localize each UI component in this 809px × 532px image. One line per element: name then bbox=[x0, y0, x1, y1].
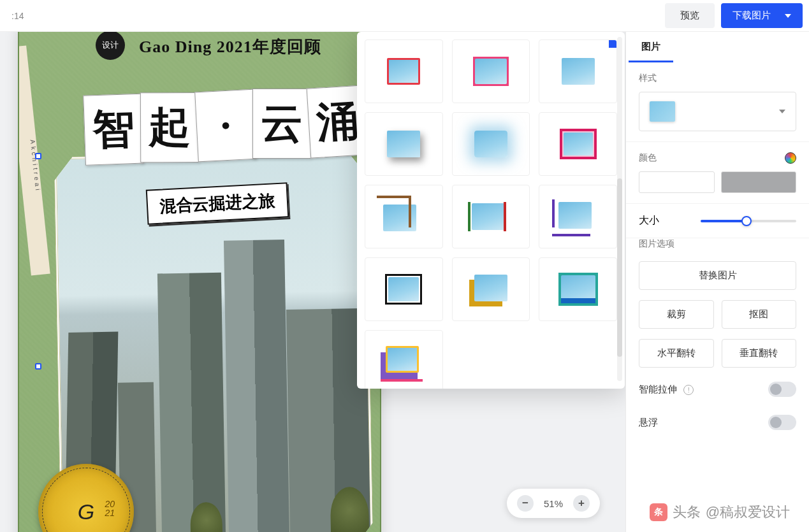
download-button[interactable]: 下载图片 bbox=[721, 3, 803, 28]
crop-button[interactable]: 裁剪 bbox=[639, 300, 714, 329]
style-option-purple-l[interactable] bbox=[539, 185, 617, 248]
style-option-glow[interactable] bbox=[452, 112, 530, 176]
label-smart-stretch: 智能拉伸 bbox=[639, 384, 677, 394]
zoom-value[interactable]: 51% bbox=[544, 498, 563, 509]
size-slider[interactable] bbox=[701, 220, 796, 222]
replace-image-button[interactable]: 替换图片 bbox=[639, 261, 796, 290]
design-badge: 设计 bbox=[96, 32, 125, 60]
style-option-pink-border[interactable] bbox=[452, 40, 530, 103]
seal-ring-text bbox=[42, 468, 130, 532]
label-style: 样式 bbox=[639, 73, 796, 84]
style-option-teal-blue[interactable] bbox=[539, 257, 617, 321]
selection-handle[interactable] bbox=[35, 153, 41, 159]
smart-stretch-toggle[interactable] bbox=[768, 382, 796, 397]
style-option-shadow[interactable] bbox=[365, 112, 443, 176]
info-icon[interactable]: ! bbox=[683, 385, 694, 395]
zoom-control: − 51% + bbox=[507, 489, 600, 518]
seal-year2: 21 bbox=[105, 508, 115, 517]
watermark-handle: @稿叔爱设计 bbox=[706, 503, 790, 522]
chevron-down-icon bbox=[779, 110, 785, 113]
label-float: 悬浮 bbox=[639, 417, 658, 429]
toutiao-icon: 条 bbox=[650, 503, 667, 521]
title-char: · bbox=[194, 89, 257, 162]
color-swatch-2[interactable] bbox=[721, 171, 797, 193]
label-color: 颜色 bbox=[639, 152, 657, 164]
selection-handle[interactable] bbox=[35, 363, 41, 370]
color-swatch-1[interactable] bbox=[639, 171, 715, 193]
timestamp: :14 bbox=[6, 11, 24, 21]
watermark: 条 头条 @稿叔爱设计 bbox=[650, 503, 790, 522]
watermark-prefix: 头条 bbox=[673, 503, 701, 522]
style-option-red-border[interactable] bbox=[365, 40, 443, 103]
download-label: 下载图片 bbox=[732, 10, 771, 22]
title-char: 起 bbox=[140, 92, 199, 162]
poster[interactable]: Akchitreai 设计 Gao Ding 2021年度回顾 智 起 · 云 … bbox=[18, 32, 381, 532]
seal-year1: 20 bbox=[105, 500, 115, 508]
label-size: 大小 bbox=[639, 214, 659, 227]
style-option-black-frame[interactable] bbox=[365, 257, 443, 321]
zoom-in-button[interactable]: + bbox=[573, 495, 590, 512]
zoom-out-button[interactable]: − bbox=[517, 495, 534, 512]
scrollbar-thumb[interactable] bbox=[617, 178, 622, 357]
flip-horizontal-button[interactable]: 水平翻转 bbox=[639, 339, 714, 368]
title-char: 云 bbox=[252, 89, 311, 159]
style-option-gold-stack[interactable] bbox=[452, 257, 530, 321]
right-panel: 图片 样式 颜色 大小 bbox=[625, 32, 809, 532]
tab-image[interactable]: 图片 bbox=[629, 32, 673, 62]
poster-subtitle: Gao Ding 2021年度回顾 bbox=[139, 36, 321, 58]
palette-icon[interactable] bbox=[785, 152, 796, 164]
canvas[interactable]: Akchitreai 设计 Gao Ding 2021年度回顾 智 起 · 云 … bbox=[0, 32, 625, 532]
chevron-down-icon bbox=[785, 14, 791, 18]
float-toggle[interactable] bbox=[768, 415, 796, 430]
flip-vertical-button[interactable]: 垂直翻转 bbox=[722, 339, 797, 368]
style-popover bbox=[357, 32, 625, 389]
style-option-corner[interactable] bbox=[539, 40, 617, 103]
title-blocks[interactable]: 智 起 · 云 涌 bbox=[85, 85, 368, 165]
style-option-brown-l[interactable] bbox=[365, 185, 443, 248]
style-selector[interactable] bbox=[639, 92, 796, 131]
cutout-button[interactable]: 抠图 bbox=[722, 300, 797, 329]
title-char: 智 bbox=[83, 94, 144, 166]
style-option-magenta[interactable] bbox=[539, 112, 617, 176]
style-option-green-red-bars[interactable] bbox=[452, 185, 530, 248]
current-style-swatch bbox=[650, 101, 675, 122]
style-option-multicolor[interactable] bbox=[365, 330, 443, 389]
sub-banner[interactable]: 混合云掘进之旅 bbox=[146, 182, 289, 225]
label-image-options: 图片选项 bbox=[626, 238, 809, 256]
preview-button[interactable]: 预览 bbox=[665, 3, 715, 28]
